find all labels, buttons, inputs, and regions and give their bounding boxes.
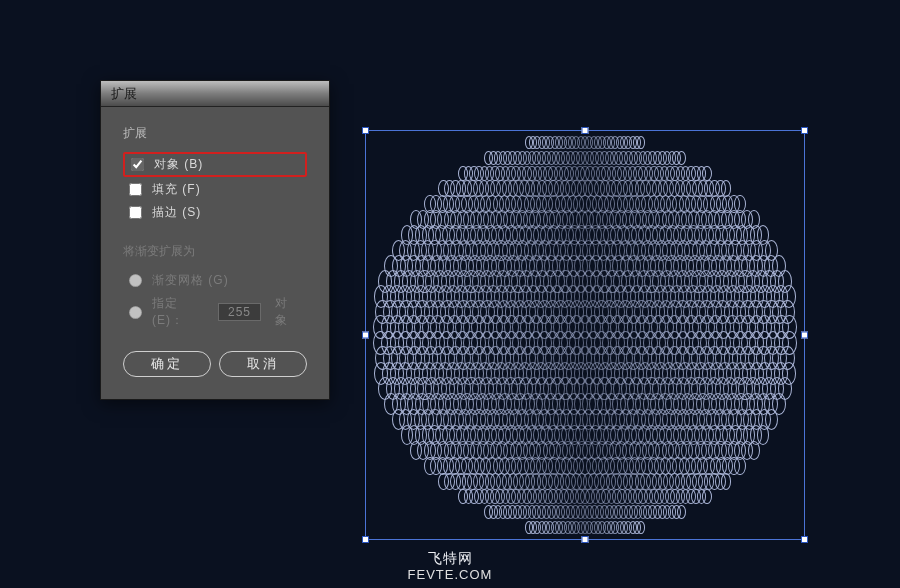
ring <box>715 473 725 490</box>
handle-top-mid[interactable] <box>582 127 589 134</box>
gradient-mesh-row: 渐变网格 (G) <box>123 270 307 291</box>
fill-label: 填充 (F) <box>152 181 201 198</box>
sphere-artwork <box>375 135 795 535</box>
specify-radio <box>129 306 142 319</box>
handle-top-right[interactable] <box>801 127 808 134</box>
ring-row <box>461 489 709 505</box>
ring-row <box>527 136 642 149</box>
ring <box>633 521 641 534</box>
footer-name: 飞特网 <box>0 549 900 567</box>
object-label: 对象 (B) <box>154 156 203 173</box>
ring <box>633 136 641 149</box>
object-checkbox[interactable] <box>131 158 144 171</box>
specify-row: 指定 (E)： 255 对象 <box>123 293 307 331</box>
gradient-mesh-label: 渐变网格 (G) <box>152 272 229 289</box>
ring-row <box>442 473 729 490</box>
stroke-label: 描边 (S) <box>152 204 201 221</box>
ring <box>728 457 739 475</box>
ring-row <box>527 521 642 534</box>
handle-top-left[interactable] <box>362 127 369 134</box>
ring-row <box>487 505 683 519</box>
canvas-area[interactable] <box>365 130 805 540</box>
footer-url: FEVTE.COM <box>0 567 900 584</box>
handle-bottom-right[interactable] <box>801 536 808 543</box>
dialog-title: 扩展 <box>111 86 137 101</box>
handle-mid-left[interactable] <box>362 332 369 339</box>
ok-button[interactable]: 确定 <box>123 351 211 377</box>
gradient-section: 将渐变扩展为 渐变网格 (G) 指定 (E)： 255 对象 <box>123 243 307 331</box>
fill-checkbox[interactable] <box>129 183 142 196</box>
expand-section: 扩展 对象 (B) 填充 (F) 描边 (S) <box>123 125 307 223</box>
ring <box>672 505 681 519</box>
stroke-row[interactable]: 描边 (S) <box>123 202 307 223</box>
handle-mid-right[interactable] <box>801 332 808 339</box>
specify-suffix: 对象 <box>275 295 301 329</box>
handle-bottom-left[interactable] <box>362 536 369 543</box>
dialog-buttons: 确定 取消 <box>123 351 307 377</box>
fill-row[interactable]: 填充 (F) <box>123 179 307 200</box>
cancel-button[interactable]: 取消 <box>219 351 307 377</box>
expand-section-label: 扩展 <box>123 125 307 142</box>
dialog-titlebar[interactable]: 扩展 <box>101 81 329 107</box>
object-row[interactable]: 对象 (B) <box>123 152 307 177</box>
ring-row <box>487 151 683 165</box>
dialog-body: 扩展 对象 (B) 填充 (F) 描边 (S) 将渐变扩展为 渐变网格 (G) <box>101 107 329 399</box>
ring-row <box>461 166 709 182</box>
gradient-mesh-radio <box>129 274 142 287</box>
expand-dialog: 扩展 扩展 对象 (B) 填充 (F) 描边 (S) 将渐变扩展为 渐变网格 (… <box>100 80 330 400</box>
specify-prefix: 指定 (E)： <box>152 295 214 329</box>
footer-watermark: 飞特网 FEVTE.COM <box>0 549 900 584</box>
handle-bottom-mid[interactable] <box>582 536 589 543</box>
stroke-checkbox[interactable] <box>129 206 142 219</box>
gradient-section-label: 将渐变扩展为 <box>123 243 307 260</box>
specify-value-field: 255 <box>218 303 262 321</box>
